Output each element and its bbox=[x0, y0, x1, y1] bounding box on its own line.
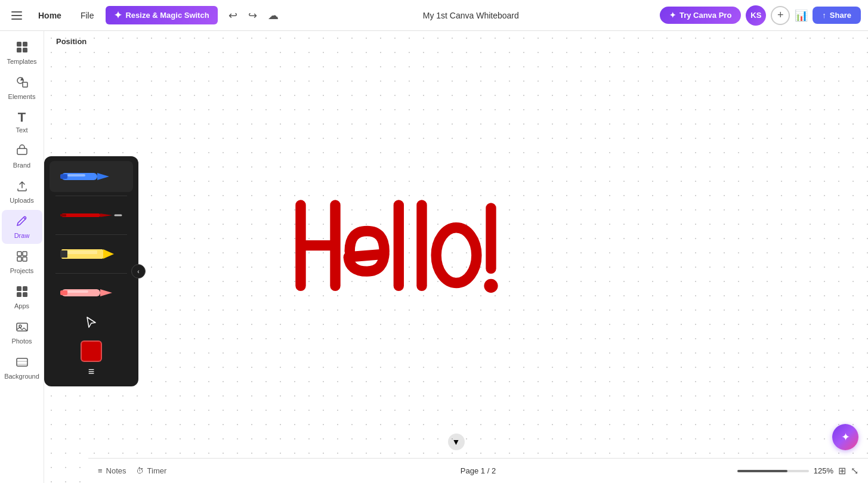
magic-star-icon: ✦ bbox=[114, 10, 122, 21]
svg-point-19 bbox=[436, 228, 477, 283]
draw-panel: ≡ ‹ bbox=[44, 156, 138, 386]
sidebar-item-apps[interactable]: Apps bbox=[2, 280, 42, 314]
brand-label: Brand bbox=[13, 162, 30, 169]
brand-icon bbox=[16, 144, 29, 159]
bottom-bar: ≡ Notes ⏱ Timer Page 1 / 2 125% ⊞ ⤡ bbox=[88, 458, 868, 483]
svg-marker-22 bbox=[97, 173, 109, 180]
menu-icon[interactable] bbox=[7, 6, 26, 25]
notes-button[interactable]: ≡ Notes bbox=[98, 466, 126, 475]
sidebar-item-brand[interactable]: Brand bbox=[2, 140, 42, 174]
elements-icon bbox=[16, 76, 29, 91]
timer-button[interactable]: ⏱ Timer bbox=[136, 466, 167, 475]
sidebar-item-background[interactable]: Background bbox=[2, 351, 42, 385]
svg-rect-30 bbox=[60, 250, 67, 258]
background-icon bbox=[16, 355, 29, 370]
lines-row: ≡ bbox=[44, 366, 138, 378]
sidebar-item-photos[interactable]: Photos bbox=[2, 315, 42, 349]
svg-rect-0 bbox=[17, 42, 21, 47]
photos-label: Photos bbox=[11, 338, 32, 345]
redo-button[interactable]: ↪ bbox=[245, 5, 261, 26]
zoom-slider[interactable] bbox=[737, 470, 809, 472]
marker-brush-preview bbox=[55, 163, 127, 190]
svg-rect-1 bbox=[23, 42, 27, 47]
hello-drawing bbox=[283, 191, 629, 323]
color-swatch[interactable] bbox=[81, 340, 102, 362]
svg-marker-29 bbox=[103, 249, 114, 259]
brush-divider-1 bbox=[55, 196, 127, 196]
brush-highlighter[interactable] bbox=[50, 239, 133, 270]
svg-point-17 bbox=[19, 325, 21, 327]
undo-button[interactable]: ↩ bbox=[225, 5, 241, 26]
svg-rect-2 bbox=[17, 48, 21, 52]
text-label: Text bbox=[16, 126, 27, 134]
timer-icon: ⏱ bbox=[136, 466, 144, 475]
bottom-center: Page 1 / 2 bbox=[461, 466, 496, 475]
add-collaborator-button[interactable]: + bbox=[771, 6, 790, 25]
svg-rect-12 bbox=[17, 286, 21, 291]
canvas-area[interactable]: Position ✦ ▼ bbox=[44, 31, 868, 483]
brush-marker[interactable] bbox=[50, 161, 133, 192]
sidebar-item-text[interactable]: T Text bbox=[2, 106, 42, 138]
cursor-tool[interactable] bbox=[50, 311, 133, 335]
sidebar-item-draw[interactable]: Draw bbox=[2, 210, 42, 244]
cloud-save-button[interactable]: ☁ bbox=[264, 5, 282, 26]
zoom-level: 125% bbox=[814, 466, 833, 475]
brush-eraser[interactable] bbox=[50, 277, 133, 308]
magic-canvas-button[interactable]: ✦ bbox=[832, 424, 858, 450]
pages-collapse-button[interactable]: ▼ bbox=[448, 434, 465, 450]
resize-magic-switch-button[interactable]: ✦ Resize & Magic Switch bbox=[106, 6, 217, 24]
sidebar-item-projects[interactable]: Projects bbox=[2, 245, 42, 279]
eraser-brush-preview bbox=[55, 280, 127, 306]
svg-marker-26 bbox=[100, 213, 112, 217]
grid-view-button[interactable]: ⊞ bbox=[838, 465, 846, 476]
svg-marker-33 bbox=[100, 289, 112, 296]
header: Home File ✦ Resize & Magic Switch ↩ ↪ ☁ … bbox=[0, 0, 868, 31]
svg-rect-23 bbox=[60, 174, 67, 179]
projects-label: Projects bbox=[10, 267, 34, 274]
svg-rect-9 bbox=[23, 252, 27, 256]
brush-pen[interactable] bbox=[50, 200, 133, 231]
svg-rect-18 bbox=[17, 358, 27, 366]
pen-brush-preview bbox=[55, 202, 127, 228]
templates-label: Templates bbox=[7, 58, 36, 65]
canvas-content bbox=[44, 31, 868, 483]
bottom-left: ≡ Notes ⏱ Timer bbox=[98, 466, 166, 475]
home-button[interactable]: Home bbox=[31, 7, 69, 24]
brush-size-icon[interactable]: ≡ bbox=[88, 366, 95, 378]
svg-rect-31 bbox=[67, 250, 97, 254]
expand-button[interactable]: ⤡ bbox=[851, 465, 858, 476]
svg-rect-27 bbox=[60, 214, 66, 216]
analytics-button[interactable]: 📊 bbox=[795, 9, 808, 22]
share-icon: ↑ bbox=[822, 11, 826, 20]
draw-icon bbox=[16, 215, 29, 230]
templates-icon bbox=[16, 41, 29, 55]
try-canva-pro-button[interactable]: ✦ Try Canva Pro bbox=[660, 7, 741, 24]
brush-divider-2 bbox=[55, 234, 127, 235]
svg-rect-24 bbox=[67, 174, 85, 177]
apps-label: Apps bbox=[14, 302, 29, 309]
svg-rect-5 bbox=[23, 82, 27, 87]
draw-label: Draw bbox=[14, 232, 30, 239]
share-button[interactable]: ↑ Share bbox=[813, 7, 861, 24]
file-button[interactable]: File bbox=[73, 7, 101, 24]
svg-rect-14 bbox=[17, 292, 21, 297]
document-title[interactable]: My 1st Canva Whiteboard bbox=[423, 11, 519, 20]
sidebar: Templates Elements T Text bbox=[0, 31, 44, 483]
hide-panel-button[interactable]: ‹ bbox=[131, 264, 146, 278]
avatar[interactable]: KS bbox=[746, 5, 766, 26]
brush-divider-3 bbox=[55, 273, 127, 274]
header-center: My 1st Canva Whiteboard bbox=[287, 11, 655, 20]
elements-label: Elements bbox=[8, 93, 36, 100]
svg-rect-15 bbox=[23, 292, 27, 297]
sidebar-item-uploads[interactable]: Uploads bbox=[2, 175, 42, 209]
svg-rect-7 bbox=[17, 148, 27, 154]
projects-icon bbox=[16, 250, 29, 265]
sidebar-item-templates[interactable]: Templates bbox=[2, 36, 42, 70]
svg-point-20 bbox=[484, 279, 498, 293]
pages-nav: ▼ bbox=[448, 434, 465, 450]
panel-bottom: ≡ bbox=[44, 337, 138, 382]
svg-rect-3 bbox=[23, 48, 27, 52]
pro-star-icon: ✦ bbox=[669, 11, 676, 20]
sidebar-item-elements[interactable]: Elements bbox=[2, 71, 42, 105]
background-label: Background bbox=[4, 373, 39, 380]
